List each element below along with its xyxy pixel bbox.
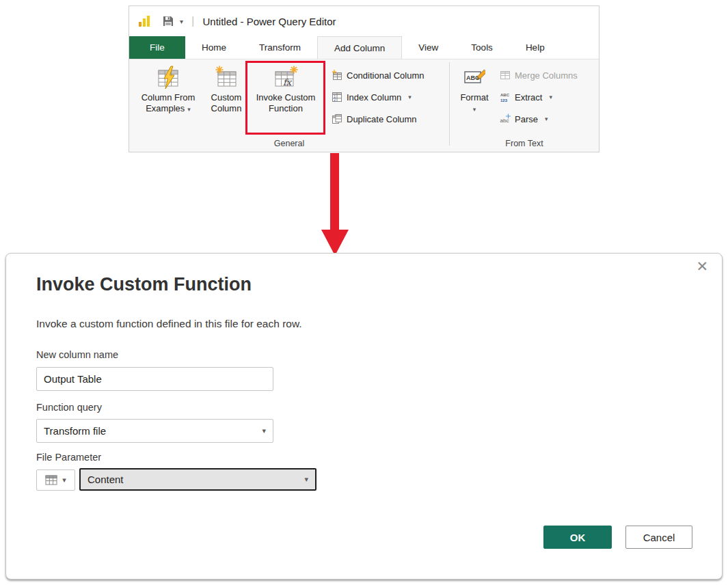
new-column-name-label: New column name: [36, 349, 118, 360]
file-parameter-value: Content: [87, 474, 124, 485]
duplicate-column-label: Duplicate Column: [347, 114, 417, 124]
format-label: Format: [460, 92, 488, 103]
dialog-description: Invoke a custom function defined in this…: [36, 318, 302, 330]
caret-down-icon: ▾: [304, 475, 308, 484]
caret-down-icon: ▾: [473, 106, 476, 113]
tab-transform[interactable]: Transform: [243, 36, 317, 59]
format-icon: ABC: [456, 64, 493, 92]
group-separator: [449, 62, 450, 146]
from-text-small-buttons: Merge Columns ABC 123 Extract ▾ abc: [500, 65, 578, 131]
caret-down-icon: ▾: [262, 426, 266, 435]
general-small-buttons: Conditional Column 1 2 Index Column ▾: [332, 65, 424, 131]
duplicate-column-button[interactable]: Duplicate Column: [332, 109, 424, 129]
invoke-custom-function-icon: fx: [250, 64, 322, 92]
column-table-icon: [45, 475, 57, 485]
merge-columns-icon: [500, 70, 511, 81]
quick-access-toolbar-caret-icon[interactable]: ▾: [180, 18, 183, 25]
extract-button[interactable]: ABC 123 Extract ▾: [500, 87, 578, 107]
svg-text:fx: fx: [283, 77, 293, 87]
index-column-button[interactable]: 1 2 Index Column ▾: [332, 87, 424, 107]
parse-label: Parse: [515, 114, 538, 124]
dialog-title: Invoke Custom Function: [36, 274, 252, 295]
save-icon[interactable]: [162, 15, 174, 27]
column-from-examples-icon: [133, 64, 203, 92]
caret-down-icon: ▾: [408, 94, 412, 100]
merge-columns-button[interactable]: Merge Columns: [500, 65, 578, 85]
title-bar: ▾ | Untitled - Power Query Editor: [129, 6, 599, 36]
extract-icon: ABC 123: [500, 92, 511, 103]
tab-tools[interactable]: Tools: [455, 36, 509, 59]
close-icon[interactable]: ✕: [696, 259, 708, 273]
custom-column-label-line1: Custom: [211, 92, 242, 103]
format-button[interactable]: ABC Format ▾: [456, 64, 493, 115]
svg-text:abc: abc: [500, 118, 509, 124]
ribbon-tab-row: File Home Transform Add Column View Tool…: [129, 36, 599, 59]
caret-down-icon: ▾: [549, 94, 552, 100]
custom-column-label-line2: Column: [211, 103, 242, 113]
screenshot-stage: ▾ | Untitled - Power Query Editor File H…: [0, 0, 728, 585]
flow-arrow: [320, 153, 350, 257]
custom-column-icon: [206, 64, 247, 92]
file-parameter-type-button[interactable]: ▾: [36, 470, 75, 491]
invoke-custom-function-label-line2: Function: [269, 103, 303, 113]
group-label-from-text: From Text: [449, 139, 599, 148]
conditional-column-icon: [332, 70, 342, 81]
power-bi-icon: [137, 14, 151, 28]
index-column-icon: 1 2: [332, 92, 342, 103]
column-from-examples-label-line2: Examples: [146, 103, 185, 113]
file-parameter-select[interactable]: Content ▾: [79, 468, 316, 491]
custom-column-button[interactable]: Custom Column: [206, 64, 247, 114]
tab-home[interactable]: Home: [185, 36, 243, 59]
ok-button[interactable]: OK: [543, 526, 612, 549]
titlebar-divider: |: [191, 14, 194, 28]
caret-down-icon: ▾: [545, 115, 548, 122]
column-from-examples-button[interactable]: Column From Examples▾: [133, 64, 203, 115]
conditional-column-label: Conditional Column: [347, 70, 424, 81]
function-query-label: Function query: [36, 402, 102, 413]
extract-label: Extract: [515, 92, 542, 103]
function-query-select[interactable]: Transform file ▾: [36, 419, 273, 443]
parse-icon: abc: [500, 113, 511, 124]
power-query-editor-window: ▾ | Untitled - Power Query Editor File H…: [129, 5, 599, 152]
function-query-value: Transform file: [44, 425, 106, 437]
svg-text:ABC: ABC: [500, 93, 510, 97]
column-from-examples-label-line1: Column From: [141, 92, 196, 103]
group-label-general: General: [129, 139, 449, 148]
svg-text:123: 123: [500, 98, 508, 103]
file-parameter-label: File Parameter: [36, 452, 101, 463]
merge-columns-label: Merge Columns: [515, 70, 578, 81]
conditional-column-button[interactable]: Conditional Column: [332, 65, 424, 85]
cancel-button[interactable]: Cancel: [625, 526, 692, 549]
ribbon-body: Column From Examples▾: [129, 59, 599, 152]
new-column-name-input[interactable]: [36, 367, 273, 391]
caret-down-icon: ▾: [187, 106, 191, 113]
duplicate-column-icon: [332, 113, 342, 124]
tab-add-column[interactable]: Add Column: [317, 36, 402, 59]
tab-help[interactable]: Help: [509, 36, 561, 59]
tab-view[interactable]: View: [402, 36, 455, 59]
parse-button[interactable]: abc Parse ▾: [500, 109, 578, 129]
window-title: Untitled - Power Query Editor: [202, 16, 336, 27]
caret-down-icon: ▾: [62, 476, 66, 485]
invoke-custom-function-button[interactable]: fx Invoke Custom Function: [250, 64, 322, 114]
tab-file[interactable]: File: [129, 36, 185, 59]
invoke-custom-function-label-line1: Invoke Custom: [256, 92, 316, 103]
invoke-custom-function-dialog: ✕ Invoke Custom Function Invoke a custom…: [5, 253, 723, 580]
index-column-label: Index Column: [347, 92, 401, 103]
